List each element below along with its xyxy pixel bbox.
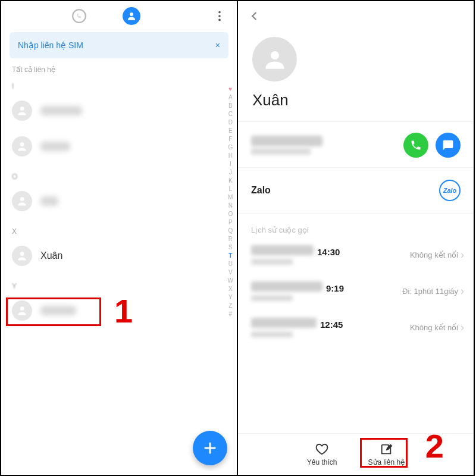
contact-avatar-large [252,37,297,82]
list-item[interactable] [1,129,237,164]
highlight-box-2 [360,438,408,468]
contacts-screen: Nhập liên hệ SIM × Tất cả liên hệ I O X … [0,0,238,476]
back-icon[interactable] [248,10,261,23]
svg-point-4 [218,19,221,21]
contact-name-blurred [40,106,82,115]
add-contact-fab[interactable] [193,431,227,465]
top-bar [1,1,237,29]
sim-import-banner[interactable]: Nhập liên hệ SIM × [10,32,228,58]
svg-point-7 [20,197,24,201]
section-header-y: Y [1,274,237,293]
avatar [12,101,32,121]
avatar [12,136,32,156]
svg-point-2 [218,11,221,14]
call-time: 12:45 [320,320,343,330]
step-number-2: 2 [425,427,444,465]
section-header: I [1,74,237,93]
avatar [12,246,32,266]
call-time: 14:30 [317,247,340,257]
svg-point-8 [20,252,24,256]
svg-point-3 [218,15,221,17]
menu-dots-icon[interactable] [213,10,226,23]
zalo-label: Zalo [251,185,271,196]
contact-detail-screen: Xuân Zalo Zalo Lịch sử cuộc gọi 14:30 Kh… [237,0,475,476]
call-history-item[interactable]: 9:19 Đi: 1phút 11giây› [238,273,474,309]
message-button[interactable] [436,133,461,158]
svg-point-5 [20,107,24,111]
list-item[interactable] [1,183,237,219]
contact-detail-name: Xuân [238,87,474,121]
contacts-tab-icon[interactable] [123,7,140,25]
favorite-label: Yêu thích [307,458,337,466]
call-status: Đi: 1phút 11giây [402,287,458,296]
call-time: 9:19 [326,283,344,293]
call-status: Không kết nối [410,323,458,332]
call-button[interactable] [403,133,428,158]
svg-point-1 [130,12,133,16]
call-status: Không kết nối [410,250,458,259]
phone-row [238,122,474,167]
zalo-row[interactable]: Zalo Zalo [238,168,474,213]
svg-point-6 [20,142,24,146]
contact-name-blurred [40,196,58,206]
svg-point-0 [73,10,86,23]
sim-banner-text: Nhập liên hệ SIM [18,40,83,50]
phone-sub-blurred [251,148,311,155]
phone-tab-icon[interactable] [71,8,87,24]
svg-point-10 [271,51,279,60]
phone-number-blurred [251,136,322,146]
list-item[interactable] [1,93,237,129]
close-icon[interactable]: × [215,40,220,50]
call-history-label: Lịch sử cuộc gọi [238,214,474,237]
section-header: O [1,164,237,183]
chevron-right-icon: › [461,285,464,298]
highlight-box-1 [6,298,101,326]
chevron-right-icon: › [461,321,464,334]
section-header-x: X [1,219,237,238]
avatar [12,191,32,211]
chevron-right-icon: › [461,249,464,261]
call-history-item[interactable]: 12:45 Không kết nối› [238,309,474,346]
filter-label[interactable]: Tất cả liên hệ [1,64,237,74]
zalo-icon: Zalo [439,180,461,201]
contact-name: Xuân [40,250,62,261]
contact-name-blurred [40,142,70,151]
contact-xuan-row[interactable]: Xuân [1,238,237,274]
call-history-item[interactable]: 14:30 Không kết nối› [238,237,474,273]
alpha-index[interactable]: ♥ ABCDEFGHIJKLMNOPQRSTUVWXYZ# [228,86,233,317]
favorite-button[interactable]: Yêu thích [292,443,353,466]
heart-icon[interactable]: ♥ [228,86,232,92]
step-number-1: 1 [114,292,133,330]
